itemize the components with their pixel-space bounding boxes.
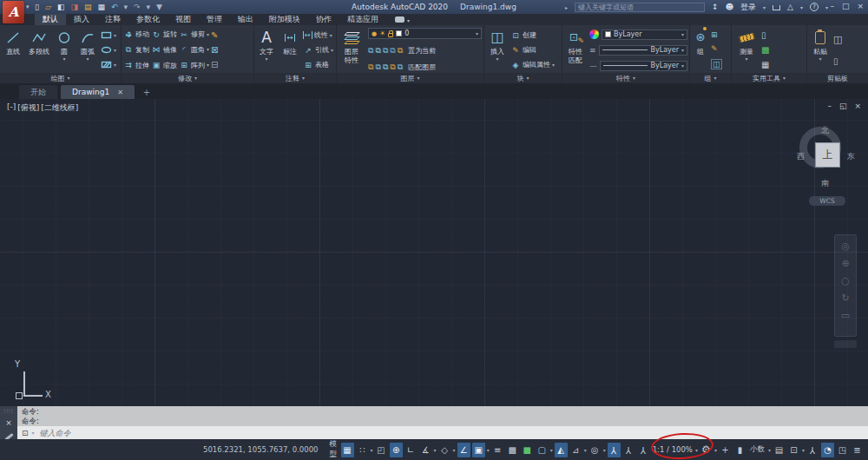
gizmo-caret-icon[interactable]: ▾ [603,447,606,453]
group-selection-icon[interactable]: ◫ [711,59,722,69]
minimize-button[interactable]: – [830,2,834,10]
scale-button[interactable]: ▣缩放 [151,59,177,72]
selection-cycling-toggle[interactable]: ■ [521,443,534,457]
layer-freeze-icon[interactable]: ⧉ [383,46,388,56]
line-button[interactable]: 直线 [2,27,24,73]
quick-properties-toggle[interactable]: ▢ [536,443,549,457]
dynamic-ucs-caret-icon[interactable]: ▾ [584,447,587,453]
clean-screen-toggle[interactable]: ◳ [836,443,849,457]
maximize-button[interactable]: □ [842,2,850,10]
wcs-menu-button[interactable]: WCS [809,196,845,206]
start-tab[interactable]: 开始 [19,85,57,99]
workspace-caret-icon[interactable]: ▾ [714,447,717,453]
paste-button[interactable]: 粘贴 ▾ [809,27,832,73]
layer-make-current-icon[interactable]: ⧉ [398,46,403,56]
undo-caret-icon[interactable]: ▾ [123,3,128,11]
isolate-objects-icon[interactable]: Y [806,443,819,457]
status-tray-caret-icon[interactable]: ▾ [802,447,805,453]
properties-panel-title[interactable]: 特性▾ [562,73,689,83]
application-menu-caret-icon[interactable]: ▾ [26,3,30,10]
ellipse-button[interactable]: ▾ [101,44,116,56]
hatch-caret-icon[interactable]: ▾ [114,62,116,68]
dynamic-ucs-toggle[interactable]: ⊿ [569,443,582,457]
viewport-visual-style-control[interactable]: [二维线框] [41,102,78,114]
layer-color-swatch[interactable] [396,30,402,36]
drawing1-tab[interactable]: Drawing1 ✕ [61,85,135,99]
fillet-button[interactable]: ◜圆角▾ [179,43,209,56]
annotation-visibility-toggle[interactable]: Y [608,443,621,457]
layer-walk-icon[interactable]: ⧉ [398,62,403,72]
gizmo-toggle[interactable]: ◎ [589,443,602,457]
rectangle-caret-icon[interactable]: ▾ [114,33,116,38]
stretch-button[interactable]: ⇉拉伸 [123,59,149,72]
paste-caret-icon[interactable]: ▾ [819,56,821,62]
workspace-switching-gear-icon[interactable]: ⚙ [700,443,713,457]
ortho-mode-toggle[interactable]: ∟ [404,443,418,457]
copy-button[interactable]: ⧉复制 [123,43,149,56]
quick-calculator-icon[interactable]: ▩ [761,45,769,55]
layer-on-all-icon[interactable]: ⧉ [375,62,380,72]
grid-display-toggle[interactable]: ▦ [341,443,354,457]
annotation-scale-value[interactable]: 1:1 / 100% [653,445,693,454]
showmotion-icon[interactable]: ▭ [841,310,850,321]
open-file-icon[interactable]: ▱ [45,3,51,11]
hatch-button[interactable]: ▾ [101,59,116,70]
orbit-icon[interactable]: ↻ [841,292,849,304]
viewcube-east-label[interactable]: 东 [847,151,855,162]
viewport-minimize-control[interactable]: [-] [7,102,16,114]
object-color-dropdown[interactable]: ByLayer ▾ [602,30,687,40]
pan-icon[interactable]: ⊕ [841,258,849,269]
tab-home[interactable]: 默认 [35,14,66,25]
drawing1-close-icon[interactable]: ✕ [117,89,123,96]
cut-clip-icon[interactable]: ▯ [833,56,842,66]
video-caret-icon[interactable]: ▾ [407,17,410,25]
table-button[interactable]: ⊞表格 [303,59,333,70]
mirror-button[interactable]: ⋈镜像 [151,43,177,56]
move-button[interactable]: ↔↕移动 [123,28,149,41]
close-button[interactable]: × [857,2,864,10]
command-recent-caret-icon[interactable]: ▾ [32,430,35,436]
status-tray-monitor-icon[interactable]: ⊡ [787,443,800,457]
search-expand-icon[interactable]: ▸ [565,4,568,10]
dimension-button[interactable]: ↔ 标注 [279,27,301,73]
insert-caret-icon[interactable]: ▾ [496,56,498,62]
ungroup-icon[interactable]: ⊞ [711,30,722,39]
drawing-canvas[interactable]: [-] [俯视] [二维线框] – ◱ × 北 南 西 东 上 WCS ◎ ⊕ … [0,99,868,406]
alert-icon[interactable]: △ [787,3,793,11]
ucs-icon[interactable]: Y X [0,359,69,406]
print-icon[interactable]: ▦ [97,3,105,11]
tab-insert[interactable]: 插入 [66,14,97,25]
snap-caret-icon[interactable]: ▾ [371,447,373,453]
new-drawing-icon[interactable]: ▯ [35,3,39,11]
tab-view[interactable]: 视图 [168,14,199,25]
layers-panel-title[interactable]: 图层▾ [337,73,483,83]
tab-parametric[interactable]: 参数化 [128,14,168,25]
circle-caret-icon[interactable]: ▾ [62,56,65,62]
measure-caret-icon[interactable]: ▾ [745,56,747,62]
object-snap-caret-icon[interactable]: ▾ [487,447,490,453]
lineweight-display-toggle[interactable]: ≡ [491,443,504,457]
tab-collaborate[interactable]: 协作 [308,14,339,25]
group-button[interactable]: ⊛ 组 [692,27,709,73]
modify-panel-title[interactable]: 修改▾ [122,73,253,83]
create-block-button[interactable]: ⊡创建 [510,30,555,41]
text-button[interactable]: A 文字 ▾ [256,27,277,73]
layer-off-icon[interactable]: ⧉ [368,46,373,56]
layer-lock-icon[interactable]: ⧉ [390,46,395,56]
trim-caret-icon[interactable]: ▾ [207,32,209,37]
layer-unlock-all-icon[interactable]: ⧉ [390,62,395,72]
viewcube-west-label[interactable]: 西 [797,151,805,162]
annotation-scale-icon[interactable]: Y [637,443,650,457]
quick-properties-caret-icon[interactable]: ▾ [550,447,553,453]
draw-panel-title[interactable]: 绘图▾ [0,73,121,83]
explode-icon[interactable]: ⊠ [211,45,218,55]
color-wheel-icon[interactable] [589,30,599,39]
command-close-icon[interactable]: × [5,418,12,427]
tab-manage[interactable]: 管理 [199,14,230,25]
isodraft-toggle[interactable]: ◇ [438,443,451,457]
full-navigation-wheel-icon[interactable]: ◎ [841,240,850,252]
block-panel-title[interactable]: 块▾ [484,73,562,83]
zoom-extents-icon[interactable]: ○ [841,275,850,286]
viewcube-north-label[interactable]: 北 [821,125,829,136]
utilities-panel-title[interactable]: 实用工具▾ [732,73,806,83]
